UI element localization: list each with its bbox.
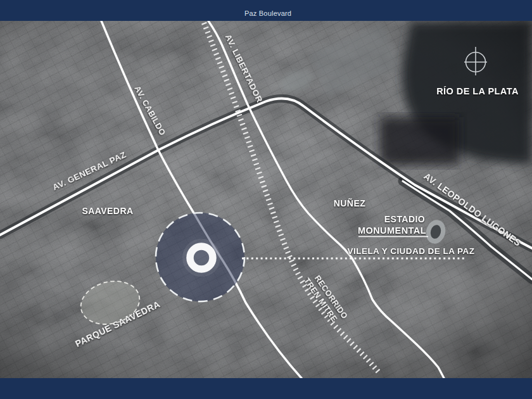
label-rio-de-la-plata: RÍO DE LA PLATA <box>436 86 519 96</box>
label-nunez: NUÑEZ <box>334 198 365 208</box>
label-vilela-ciudad-de-la-paz: VILELA Y CIUDAD DE LA PAZ <box>348 246 475 256</box>
label-estadio: ESTADIO <box>384 214 425 224</box>
map-canvas: AV. LIBERTADOR AV. CABILDO AV. GENERAL P… <box>0 21 532 378</box>
top-border-bar: Paz Boulevard <box>0 0 532 21</box>
label-monumental: MONUMENTAL <box>358 225 426 236</box>
satellite-map: AV. LIBERTADOR AV. CABILDO AV. GENERAL P… <box>0 21 532 378</box>
bottom-border-bar <box>0 378 532 399</box>
label-saavedra: SAAVEDRA <box>82 206 133 216</box>
slide: Paz Boulevard <box>0 0 532 399</box>
slide-title: Paz Boulevard <box>244 10 291 17</box>
